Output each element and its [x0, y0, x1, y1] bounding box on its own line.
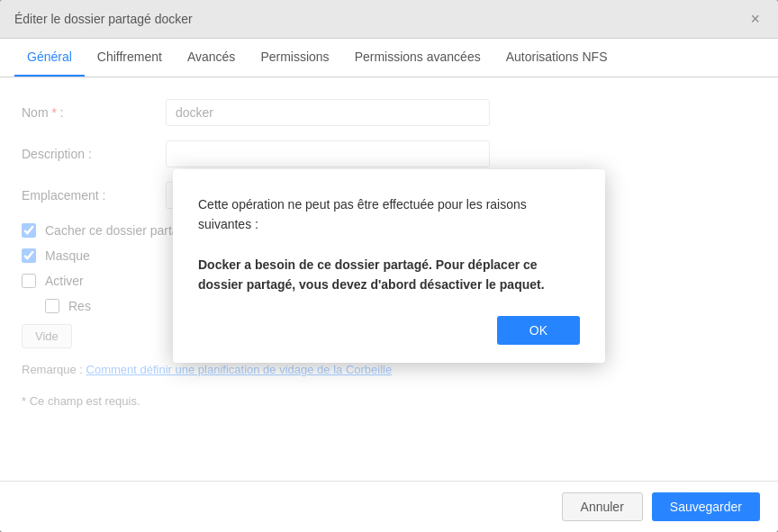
modal-message: Cette opération ne peut pas être effectu… [198, 194, 580, 295]
modal-message-line2: Docker a besoin de ce dossier partagé. P… [198, 257, 545, 292]
modal-box: Cette opération ne peut pas être effectu… [173, 169, 605, 364]
modal-backdrop: Cette opération ne peut pas être effectu… [0, 0, 778, 532]
modal-actions: OK [198, 316, 580, 345]
main-dialog: Éditer le dossier partagé docker × Génér… [0, 0, 778, 532]
ok-button[interactable]: OK [497, 316, 580, 345]
modal-message-line1: Cette opération ne peut pas être effectu… [198, 197, 527, 231]
